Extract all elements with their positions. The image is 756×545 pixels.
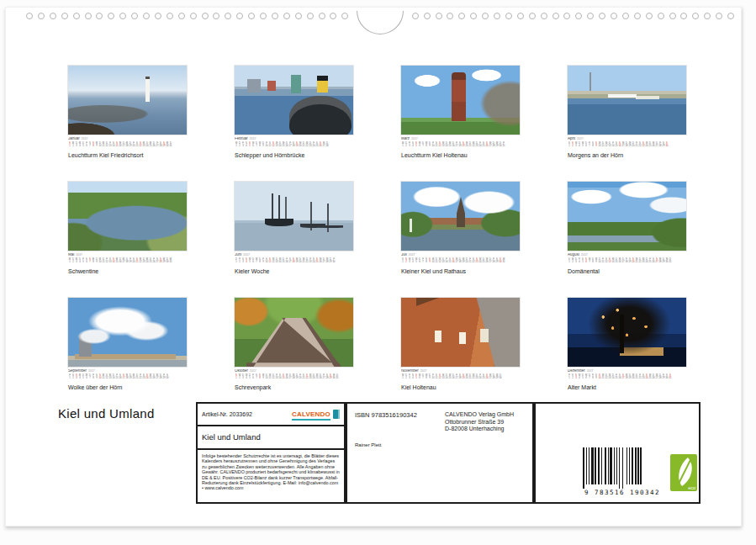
mini-calendar-month: März xyxy=(401,137,410,140)
mini-calendar: Januar2017S1M2D3M4D5F6S7S8M9D10M11D12F13… xyxy=(68,137,187,147)
binding-hole-icon xyxy=(119,13,126,19)
binding-hole-icon xyxy=(634,13,641,19)
mini-calendar-day: D28 xyxy=(325,142,329,147)
binding-hole-icon xyxy=(96,13,103,19)
publisher-line: D-82008 Unterhaching xyxy=(445,426,514,433)
barcode-digits: 9 783516 190342 xyxy=(583,489,662,496)
binding-hole-icon xyxy=(436,13,442,19)
binding-hole-icon xyxy=(283,13,290,19)
mini-calendar: August2017D1M2D3F4S5S6M7D8M9D10F11S12S13… xyxy=(568,253,686,263)
barcode-bar xyxy=(637,447,639,484)
legal-text: Infolge bestehender Schutzrechte ist es … xyxy=(198,448,344,495)
mini-calendar-month: Januar xyxy=(68,137,80,140)
month-cell-juli: Juli2017S1S2M3D4M5D6F7S8S9M10D11M12D13F1… xyxy=(401,182,520,275)
barcode-bar xyxy=(608,447,609,484)
info-box-title: Kiel und Umland xyxy=(198,425,344,448)
mini-calendar-day: S30 xyxy=(665,142,669,147)
month-photo xyxy=(401,298,520,367)
month-caption: Schrevenpark xyxy=(235,384,353,391)
mini-calendar-year: 2017 xyxy=(243,253,250,257)
binding-hole-icon xyxy=(260,13,267,19)
binding-hole-icon xyxy=(330,13,336,19)
binding-hole-icon xyxy=(482,13,489,19)
month-grid: Januar2017S1M2D3M4D5F6S7S8M9D10M11D12F13… xyxy=(68,66,686,391)
month-photo xyxy=(401,66,520,135)
binding-hole-icon xyxy=(622,13,629,19)
mini-calendar: März2017M1D2F3S4S5M6D7M8D9F10S11S12M13D1… xyxy=(401,137,520,147)
binding-hole-icon xyxy=(341,13,348,19)
month-cell-november: November2017M1D2F3S4S5M6D7M8D9F10S11S12M… xyxy=(401,298,520,391)
month-photo xyxy=(235,182,353,251)
binding-hole-icon xyxy=(213,13,219,19)
barcode-bar xyxy=(626,447,627,484)
month-photo xyxy=(401,182,520,251)
mini-calendar-day: D31 xyxy=(669,258,672,263)
binding-hole-icon xyxy=(167,13,173,19)
month-cell-oktober: Oktober2017S1M2D3M4D5F6S7S8M9D10M11D12F1… xyxy=(235,298,353,391)
barcode-bar xyxy=(632,447,633,484)
barcode-bar xyxy=(583,447,584,491)
mini-calendar-year: 2017 xyxy=(420,369,427,373)
mini-calendar-month: November xyxy=(401,369,419,373)
mini-calendar: Februar2017M1D2F3S4S5M6D7M8D9F10S11S12M1… xyxy=(235,137,353,147)
binding-hole-icon xyxy=(692,13,699,19)
binding-hole-icon xyxy=(85,13,92,19)
binding-hole-icon xyxy=(704,13,711,19)
month-caption: Leuchtturm Kiel Friedrichsort xyxy=(68,152,187,159)
binding-hole-icon xyxy=(658,13,664,19)
binding-hole-icon xyxy=(505,13,512,19)
month-caption: Alter Markt xyxy=(568,384,686,391)
publisher-line: CALVENDO Verlag GmbH xyxy=(445,411,514,419)
mini-calendar-year: 2017 xyxy=(76,253,82,257)
binding-hole-icon xyxy=(552,13,559,19)
ean-barcode: 9 783516 190342 xyxy=(583,447,662,496)
month-caption: Kieler Woche xyxy=(235,268,353,275)
month-photo xyxy=(68,298,187,367)
month-cell-april: April2017S1S2M3D4M5D6F7S8S9M10D11M12D13F… xyxy=(568,66,686,159)
barcode-bar xyxy=(614,447,615,484)
mini-calendar: Mai2017M1D2M3D4F5S6S7M8D9M10D11F12S13S14… xyxy=(68,253,187,263)
binding-hole-icon xyxy=(680,13,687,19)
binding-hole-icon xyxy=(155,13,161,19)
month-cell-januar: Januar2017S1M2D3M4D5F6S7S8M9D10M11D12F13… xyxy=(68,66,187,159)
mini-calendar-day: F30 xyxy=(332,258,336,263)
month-caption: Leuchtturm Kiel Holtenau xyxy=(401,152,520,159)
binding-hole-icon xyxy=(563,13,570,19)
calendar-back-page: Januar2017S1M2D3M4D5F6S7S8M9D10M11D12F13… xyxy=(5,7,742,526)
month-caption: Schwentine xyxy=(68,268,187,275)
binding-hole-icon xyxy=(447,13,453,19)
binding-hole-icon xyxy=(73,13,80,19)
barcode-bar xyxy=(616,447,617,484)
binding-hole-icon xyxy=(202,13,209,19)
mini-calendar: Juli2017S1S2M3D4M5D6F7S8S9M10D11M12D13F1… xyxy=(401,253,520,263)
barcode-bar xyxy=(591,447,595,484)
info-box-article: Artikel-Nr. 2033692 CALVENDO Kiel und Um… xyxy=(196,402,346,504)
eco-badge: eco xyxy=(670,454,697,491)
binding-hole-icon xyxy=(727,13,734,19)
month-cell-september: September2017F1S2S3M4D5M6D7F8S9S10M11D12… xyxy=(68,298,187,391)
mini-calendar: November2017M1D2F3S4S5M6D7M8D9F10S11S12M… xyxy=(401,369,520,379)
barcode-bar xyxy=(610,447,611,484)
binding-hole-icon xyxy=(424,13,431,19)
month-cell-mai: Mai2017M1D2M3D4F5S6S7M8D9M10D11F12S13S14… xyxy=(68,182,187,275)
binding-hole-icon xyxy=(494,13,500,19)
binding-hole-icon xyxy=(646,13,653,19)
binding-hole-icon xyxy=(412,13,419,19)
month-cell-juni: Juni2017D1F2S3S4M5D6M7D8F9S10S11M12D13M1… xyxy=(235,182,353,275)
mini-calendar-year: 2017 xyxy=(409,253,415,257)
barcode-bar xyxy=(598,447,600,484)
binding-hole-icon xyxy=(611,13,617,19)
mini-calendar: Dezember2017F1S2S3M4D5M6D7F8S9S10M11D12M… xyxy=(568,369,686,379)
info-box-publisher: ISBN 9783516190342 Rainer Plett CALVENDO… xyxy=(346,402,534,504)
month-photo xyxy=(568,66,686,135)
month-caption: Morgens an der Hörn xyxy=(568,152,686,159)
mini-calendar-day: S31 xyxy=(669,374,672,379)
mini-calendar-year: 2017 xyxy=(250,137,256,140)
barcode-bar xyxy=(640,447,641,484)
mini-calendar: Oktober2017S1M2D3M4D5F6S7S8M9D10M11D12F1… xyxy=(235,369,353,379)
month-photo xyxy=(568,298,686,367)
mini-calendar-day: D31 xyxy=(169,142,172,147)
binding-hole-icon xyxy=(236,13,243,19)
isbn-number: ISBN 9783516190342 xyxy=(355,411,417,419)
article-number: Artikel-Nr. 2033692 xyxy=(202,411,252,417)
